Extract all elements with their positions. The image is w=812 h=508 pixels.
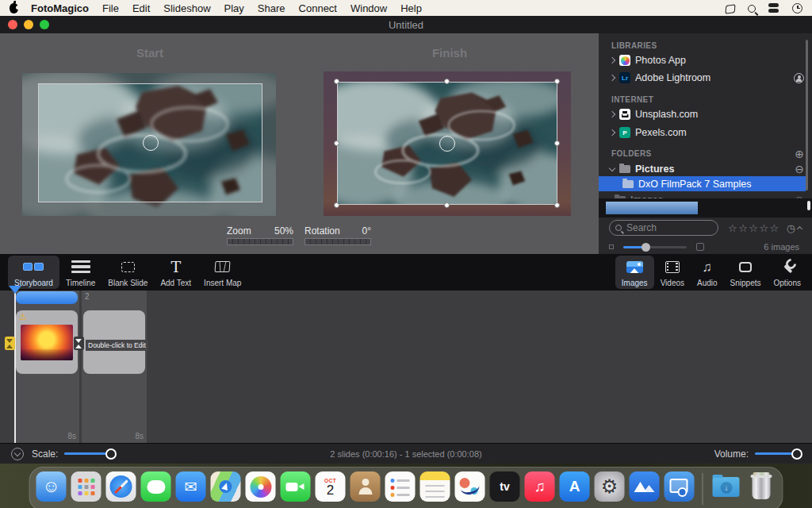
- handle-bottom-center[interactable]: [444, 202, 450, 208]
- menu-play[interactable]: Play: [224, 2, 244, 14]
- thumbnail-size-slider[interactable]: [623, 246, 687, 248]
- dock-photos-icon[interactable]: [246, 471, 276, 502]
- dock-system-settings-icon[interactable]: ⚙: [595, 471, 625, 502]
- selected-layer-bar[interactable]: [16, 291, 78, 304]
- start-crop-frame[interactable]: [38, 83, 262, 202]
- videos-tab-button[interactable]: Videos: [654, 256, 691, 289]
- control-center-icon[interactable]: [768, 2, 779, 13]
- handle-top-left[interactable]: [334, 79, 339, 84]
- blank-slide-button[interactable]: Blank Slide: [102, 256, 154, 289]
- dock-notes-icon[interactable]: [420, 471, 450, 502]
- add-folder-icon[interactable]: ⊕: [795, 148, 804, 160]
- transition-handle-between[interactable]: [74, 337, 84, 350]
- playhead-marker[interactable]: [9, 286, 21, 294]
- add-folder-button[interactable]: ⊕: [605, 146, 804, 162]
- slide-1-card[interactable]: ⚠: [16, 310, 78, 374]
- account-icon[interactable]: [794, 73, 804, 83]
- audio-tab-button[interactable]: ♫ Audio: [691, 256, 724, 289]
- dock-trash-icon[interactable]: [746, 471, 776, 502]
- dock-freeform-icon[interactable]: [455, 471, 485, 502]
- sidebar-item-adobe-lightroom[interactable]: Lr Adobe Lightroom: [605, 70, 804, 86]
- volume-slider[interactable]: [755, 452, 801, 455]
- dock-downloads-icon[interactable]: ↓: [711, 471, 741, 502]
- sidebar-scrollbar[interactable]: [806, 40, 808, 190]
- dock-messages-icon[interactable]: [141, 471, 171, 502]
- add-text-button[interactable]: T Add Text: [154, 256, 197, 289]
- hourglass-icon: [75, 339, 82, 348]
- menu-slideshow[interactable]: Slideshow: [163, 2, 210, 14]
- menu-share[interactable]: Share: [258, 2, 285, 14]
- handle-top-center[interactable]: [444, 79, 450, 84]
- timeline-button[interactable]: Timeline: [59, 256, 102, 289]
- menu-connect[interactable]: Connect: [299, 2, 337, 14]
- chevron-right-icon[interactable]: [609, 75, 615, 81]
- button-label: Audio: [697, 279, 718, 287]
- slide-1-thumbnail[interactable]: [21, 325, 73, 360]
- chevron-right-icon[interactable]: [609, 129, 615, 136]
- start-center-handle[interactable]: [143, 135, 159, 151]
- handle-top-right[interactable]: [554, 79, 560, 84]
- slider-knob[interactable]: [791, 448, 802, 460]
- chevron-right-icon[interactable]: [609, 111, 615, 117]
- images-tab-button[interactable]: Images: [615, 256, 654, 289]
- menu-window[interactable]: Window: [350, 2, 387, 14]
- start-preview[interactable]: [22, 73, 276, 216]
- clock-icon: ◷: [787, 222, 795, 234]
- finish-center-handle[interactable]: [439, 136, 455, 152]
- dock-fotomagico-icon[interactable]: [665, 471, 695, 502]
- chevron-down-icon[interactable]: [609, 164, 615, 171]
- dock-mail-icon[interactable]: ✉: [176, 471, 206, 502]
- menu-file[interactable]: File: [102, 2, 119, 14]
- dock-finder-icon[interactable]: ☺: [36, 471, 67, 502]
- options-tab-button[interactable]: Options: [768, 256, 807, 289]
- zoom-scrubber[interactable]: [227, 238, 293, 245]
- search-field[interactable]: [609, 220, 718, 236]
- slide-2-card[interactable]: Double-click to Edit: [83, 310, 145, 374]
- playhead-line[interactable]: [14, 291, 16, 443]
- storyboard-button[interactable]: Storyboard: [8, 256, 59, 289]
- dock-contacts-icon[interactable]: [350, 471, 381, 502]
- sidebar-item-unsplash[interactable]: Unsplash.com: [605, 106, 804, 122]
- remove-folder-icon[interactable]: ⊖: [795, 164, 804, 175]
- insert-map-button[interactable]: Insert Map: [197, 256, 247, 289]
- dock-setapp-icon[interactable]: [630, 471, 660, 502]
- dock-facetime-icon[interactable]: [281, 471, 311, 502]
- handle-bottom-left[interactable]: [334, 202, 339, 208]
- apple-menu-icon[interactable]: [10, 3, 18, 13]
- search-icon: [615, 225, 622, 231]
- chevron-right-icon[interactable]: [609, 57, 615, 64]
- dock-reminders-icon[interactable]: [385, 471, 416, 502]
- handle-bottom-right[interactable]: [554, 202, 560, 208]
- transition-handle-start[interactable]: [5, 337, 15, 350]
- finish-preview[interactable]: [324, 71, 571, 216]
- menu-app[interactable]: FotoMagico: [31, 2, 89, 14]
- sidebar-item-dxo-filmpack-selected[interactable]: DxO FilmPack 7 Samples: [599, 176, 806, 191]
- dock-launchpad-icon[interactable]: [71, 471, 102, 502]
- search-input[interactable]: [622, 222, 718, 233]
- image-thumbnail-partial[interactable]: [606, 202, 698, 214]
- dock-calendar-icon[interactable]: OCT2: [316, 471, 346, 502]
- double-click-to-edit-label[interactable]: Double-click to Edit: [86, 340, 148, 351]
- menu-help[interactable]: Help: [400, 2, 422, 14]
- dock-maps-icon[interactable]: [211, 471, 241, 502]
- dock-music-icon[interactable]: ♫: [525, 471, 555, 502]
- handle-mid-left[interactable]: [334, 140, 339, 146]
- finish-crop-frame[interactable]: [337, 82, 557, 205]
- rating-filter-stars[interactable]: ☆☆☆☆☆: [728, 222, 780, 234]
- dock-safari-icon[interactable]: [106, 471, 136, 502]
- clock-menu-icon[interactable]: [792, 3, 802, 13]
- menu-edit[interactable]: Edit: [132, 2, 150, 14]
- dock-app-store-icon[interactable]: A: [560, 471, 590, 502]
- sidebar-item-photos-app[interactable]: Photos App: [605, 52, 804, 68]
- snippets-tab-button[interactable]: Snippets: [724, 256, 768, 289]
- browser-scrollbar[interactable]: [807, 201, 810, 210]
- sidebar-item-pictures[interactable]: Pictures ⊖: [605, 161, 804, 177]
- sidebar-item-pexels[interactable]: P Pexels.com: [605, 125, 804, 140]
- handle-mid-right[interactable]: [554, 140, 560, 146]
- screen-mirroring-icon[interactable]: [725, 4, 735, 14]
- dock-apple-tv-icon[interactable]: tv: [490, 471, 520, 502]
- slider-knob[interactable]: [642, 243, 650, 252]
- spotlight-icon[interactable]: [748, 5, 756, 13]
- sort-by-time-button[interactable]: ◷: [787, 222, 802, 234]
- rotation-scrubber[interactable]: [304, 238, 371, 245]
